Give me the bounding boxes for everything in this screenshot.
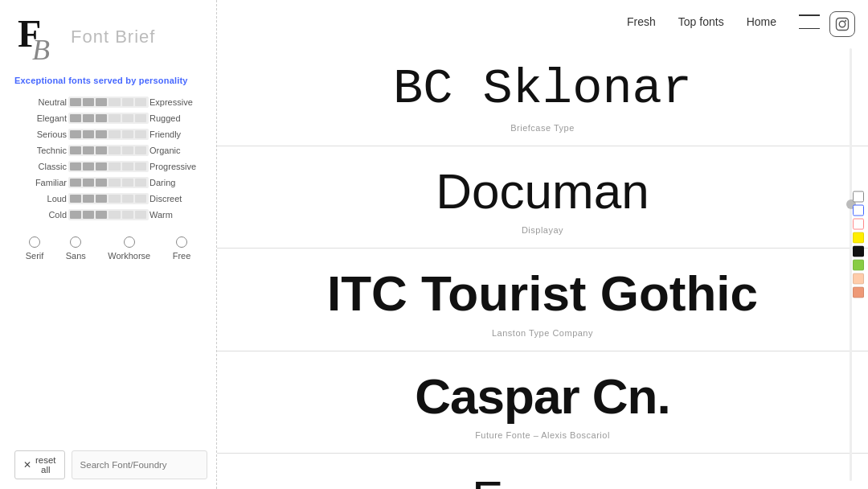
slider-seg-7-5 (135, 211, 146, 219)
radio-workhorse[interactable] (124, 236, 135, 248)
slider-row-2: SeriousFriendly (14, 129, 202, 140)
slider-seg-1-4 (122, 114, 133, 122)
color-swatch-pink-outline[interactable] (853, 219, 864, 230)
font-foundry-3: Future Fonte – Alexis Boscariol (249, 430, 836, 440)
slider-seg-5-5 (135, 179, 146, 187)
slider-seg-1-3 (108, 114, 120, 122)
slider-track-3[interactable] (68, 145, 149, 156)
slider-seg-6-0 (70, 195, 81, 203)
font-type-free[interactable]: Free (173, 236, 191, 261)
slider-label-right-5: Daring (149, 178, 202, 187)
sidebar: F B Font Brief Exceptional fonts served … (0, 0, 217, 489)
font-entry-0[interactable]: BC SklonarBriefcase Type (217, 44, 868, 146)
font-entry-2[interactable]: ITC Tourist GothicLanston Type Company (217, 249, 868, 351)
svg-point-4 (845, 21, 846, 22)
slider-seg-4-0 (70, 162, 81, 171)
font-type-workhorse[interactable]: Workhorse (108, 236, 150, 261)
color-swatch-black[interactable] (853, 246, 864, 257)
font-type-serif[interactable]: Serif (26, 236, 44, 261)
svg-text:B: B (32, 34, 50, 61)
slider-track-1[interactable] (68, 113, 149, 124)
font-entry-3[interactable]: Caspar Cn.Future Fonte – Alexis Boscario… (217, 351, 868, 454)
slider-track-5[interactable] (68, 177, 149, 188)
slider-seg-6-4 (122, 195, 133, 203)
slider-seg-6-3 (108, 195, 120, 203)
slider-label-left-6: Loud (14, 194, 67, 203)
slider-seg-0-2 (96, 98, 107, 106)
slider-seg-1-0 (70, 114, 81, 122)
font-entry-4[interactable]: Fugue (217, 454, 868, 489)
slider-track-4[interactable] (68, 161, 149, 172)
slider-seg-5-1 (83, 179, 94, 187)
menu-icon[interactable] (799, 14, 820, 29)
slider-seg-1-5 (135, 114, 146, 122)
slider-row-3: TechnicOrganic (14, 145, 202, 156)
instagram-icon[interactable] (829, 11, 855, 37)
slider-seg-5-0 (70, 179, 81, 187)
slider-seg-3-2 (96, 146, 107, 154)
slider-seg-5-2 (96, 179, 107, 187)
slider-label-left-0: Neutral (14, 97, 67, 107)
slider-track-0[interactable] (68, 97, 149, 108)
label-workhorse: Workhorse (108, 251, 150, 261)
color-panel (849, 185, 868, 305)
slider-seg-0-5 (135, 98, 146, 106)
color-swatch-yellow[interactable] (853, 232, 864, 244)
slider-seg-5-4 (122, 179, 133, 187)
slider-label-left-2: Serious (14, 129, 67, 139)
slider-track-6[interactable] (68, 193, 149, 204)
slider-row-0: NeutralExpressive (14, 97, 202, 108)
font-type-sans[interactable]: Sans (66, 236, 86, 261)
slider-seg-2-2 (96, 130, 107, 138)
radio-serif[interactable] (29, 236, 40, 248)
slider-seg-2-5 (135, 130, 146, 138)
label-free: Free (173, 251, 191, 261)
font-type-row: Serif Sans Workhorse Free (14, 236, 202, 261)
search-input[interactable] (72, 450, 207, 479)
slider-seg-7-0 (70, 211, 81, 219)
slider-seg-4-1 (83, 162, 94, 171)
font-name-4: Fugue (249, 471, 836, 489)
svg-point-3 (839, 21, 845, 27)
font-name-0: BC Sklonar (249, 62, 836, 117)
slider-seg-3-5 (135, 146, 146, 154)
color-swatch-dark-peach[interactable] (853, 287, 864, 298)
slider-seg-3-3 (108, 146, 120, 154)
slider-seg-4-2 (96, 162, 107, 171)
slider-seg-2-1 (83, 130, 94, 138)
slider-label-left-4: Classic (14, 162, 67, 171)
slider-seg-2-0 (70, 130, 81, 138)
slider-label-right-1: Rugged (149, 113, 202, 123)
nav-fresh[interactable]: Fresh (627, 15, 656, 28)
color-swatch-green[interactable] (853, 260, 864, 271)
font-name-3: Caspar Cn. (249, 369, 836, 424)
label-sans: Sans (66, 251, 86, 261)
radio-free[interactable] (176, 236, 187, 248)
slider-label-right-4: Progressive (149, 162, 202, 171)
slider-seg-4-4 (122, 162, 133, 171)
logo-text: Font Brief (71, 27, 155, 47)
nav-home[interactable]: Home (747, 15, 776, 28)
slider-seg-3-0 (70, 146, 81, 154)
top-nav: Fresh Top fonts Home (627, 0, 820, 43)
font-entry-1[interactable]: DocumanDisplayay (217, 146, 868, 249)
slider-seg-7-3 (108, 211, 120, 219)
color-swatch-peach[interactable] (853, 273, 864, 285)
slider-track-2[interactable] (68, 129, 149, 140)
slider-seg-0-4 (122, 98, 133, 106)
slider-seg-0-0 (70, 98, 81, 106)
slider-seg-2-3 (108, 130, 120, 138)
radio-sans[interactable] (70, 236, 81, 248)
slider-seg-2-4 (122, 130, 133, 138)
slider-label-right-0: Expressive (149, 97, 202, 107)
color-swatch-blue-outline[interactable] (853, 205, 864, 216)
slider-label-right-2: Friendly (149, 129, 202, 139)
reset-button[interactable]: ✕ reset all (14, 450, 65, 479)
nav-top-fonts[interactable]: Top fonts (678, 15, 724, 28)
color-swatch-white[interactable] (853, 191, 864, 203)
slider-row-6: LoudDiscreet (14, 193, 202, 204)
slider-track-7[interactable] (68, 209, 149, 220)
slider-row-4: ClassicProgressive (14, 161, 202, 172)
slider-seg-7-2 (96, 211, 107, 219)
slider-label-left-7: Cold (14, 210, 67, 220)
